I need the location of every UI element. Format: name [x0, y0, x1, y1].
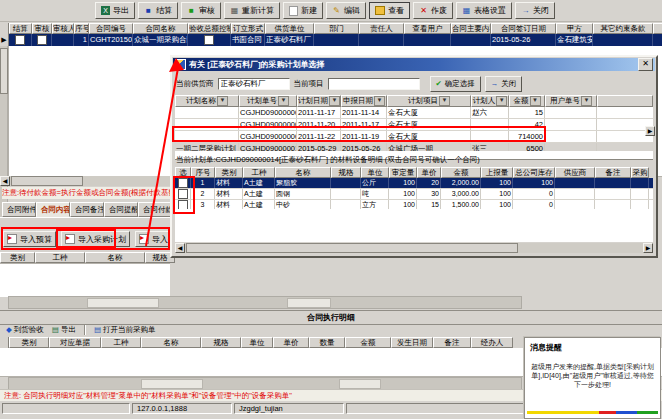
export-button[interactable]: X导出 — [95, 2, 135, 19]
col-header[interactable]: 合同名称 — [133, 23, 188, 34]
col-header[interactable]: 合同签订日期 — [491, 23, 556, 34]
scroll-right-icon[interactable]: ▶ — [645, 126, 655, 136]
col-header[interactable]: 经办人 — [471, 337, 513, 348]
col-header[interactable]: 总公司库存 — [513, 167, 555, 178]
plan-row[interactable]: CGJHD090000004 2011-11-22 2011-11-19 金石大… — [175, 131, 653, 143]
col-header[interactable]: 单位 — [241, 337, 273, 348]
select-checkbox[interactable] — [178, 178, 188, 188]
col-header[interactable]: 类别 — [0, 252, 35, 263]
col-header[interactable]: 单价 — [273, 337, 309, 348]
col-header[interactable]: 对应单据 — [49, 337, 101, 348]
settle-checkbox[interactable] — [15, 35, 25, 45]
col-header[interactable]: 其它约束条款 — [593, 23, 653, 34]
tab-contract-reminder[interactable]: 合同提醒 — [104, 202, 138, 217]
col-header[interactable]: 单价 — [417, 167, 441, 178]
col-header[interactable]: 工种 — [35, 252, 85, 263]
col-header[interactable]: 用户单号▼ — [545, 95, 597, 107]
col-header[interactable]: 名称 — [275, 167, 331, 178]
col-header[interactable]: 序号 — [191, 167, 215, 178]
recalculate-button[interactable]: ▦重新计算 — [224, 2, 280, 19]
col-header[interactable]: 单位 — [361, 167, 389, 178]
close-button[interactable]: →关闭 — [515, 2, 555, 19]
left-horizontal-scrollbar[interactable]: ◀ — [0, 176, 170, 186]
col-header[interactable]: 类别 — [9, 337, 49, 348]
col-header[interactable]: 采购 — [631, 167, 649, 178]
col-header[interactable]: 金额 — [345, 337, 391, 348]
audit-checkbox[interactable] — [37, 35, 47, 45]
col-header[interactable]: 备注 — [433, 337, 471, 348]
col-header[interactable]: 查看用户 — [404, 23, 451, 34]
import-purchase-plan-button[interactable]: 导入采购计划 — [61, 231, 130, 247]
col-header[interactable]: 类别 — [215, 167, 243, 178]
col-header[interactable]: 应收 — [653, 23, 662, 34]
supplier-input[interactable] — [218, 78, 290, 90]
filter-arrow-icon[interactable]: ▼ — [581, 96, 592, 106]
tab-contract-payment[interactable]: 合同付款 — [138, 202, 172, 217]
filter-arrow-icon[interactable]: ▼ — [278, 96, 289, 106]
detail-row[interactable]: 2 材料 A土建 圆钢 吨 100 30 3,000.00 100 0 — [175, 189, 653, 200]
col-header[interactable]: 审定量 — [389, 167, 417, 178]
col-header[interactable]: 合同编号 — [89, 23, 133, 34]
message-popup[interactable]: 消息提醒 超级用户发来的提醒,单据类型[采购计划单],ID[40],由"超级用户… — [524, 337, 661, 419]
col-header[interactable]: 甲方 — [556, 23, 593, 34]
scrollbar-thumb[interactable] — [186, 243, 518, 253]
col-header[interactable]: 工种 — [101, 337, 141, 348]
new-button[interactable]: 新建 — [283, 2, 323, 19]
dialog-titlebar[interactable]: 有关 [正泰砂石料厂]的采购计划单选择 ✕ — [173, 58, 655, 71]
col-header[interactable]: 计划人▼ — [471, 95, 509, 107]
settle-button[interactable]: ■结算 — [138, 2, 178, 19]
col-header[interactable]: 选 — [175, 167, 191, 178]
col-header[interactable]: 供应商 — [555, 167, 595, 178]
col-header[interactable]: 工种 — [243, 167, 275, 178]
scrollbar-thumb[interactable] — [0, 48, 8, 94]
col-header[interactable]: 供货单位 — [265, 23, 314, 34]
confirm-select-button[interactable]: ✔确定选择 — [430, 76, 481, 92]
scrollbar-thumb[interactable] — [11, 176, 83, 186]
filter-arrow-icon[interactable]: ▼ — [530, 96, 541, 106]
col-header[interactable]: 备注 — [595, 167, 631, 178]
tab-contract-attachment[interactable]: 合同附件 — [2, 202, 36, 217]
plan-row[interactable]: CGJHD090000001 2011-11-17 2011-11-14 金石大… — [175, 107, 653, 119]
select-checkbox[interactable] — [178, 189, 188, 199]
import-budget-button[interactable]: 导入预算 — [3, 231, 56, 247]
col-header[interactable]: 计划项目▼ — [387, 95, 471, 107]
acceptance-control-checkbox[interactable] — [204, 35, 214, 45]
col-header[interactable]: 审核人 — [52, 23, 74, 34]
void-button[interactable]: ✕作废 — [413, 2, 453, 19]
col-header[interactable]: 验收总额控制 — [188, 23, 231, 34]
export-exec-button[interactable]: ▤导出 — [52, 325, 76, 335]
filter-arrow-icon[interactable]: ▼ — [374, 96, 385, 106]
col-header[interactable]: 数量 — [309, 337, 345, 348]
scroll-right-icon[interactable]: ▶ — [643, 243, 653, 253]
open-current-po-button[interactable]: ▤打开当前采购单 — [94, 325, 156, 335]
col-header[interactable]: 部门 — [314, 23, 359, 34]
filter-arrow-icon[interactable]: ▼ — [439, 96, 450, 106]
scroll-left-icon[interactable]: ◀ — [0, 176, 10, 186]
tab-contract-content[interactable]: 合同内容 — [36, 202, 70, 217]
col-header[interactable]: 金额▼ — [509, 95, 545, 107]
col-header[interactable]: 计划单号▼ — [239, 95, 297, 107]
col-header[interactable]: 申报日期▼ — [341, 95, 387, 107]
col-header[interactable]: 合同主要内容 — [451, 23, 491, 34]
edit-button[interactable]: ✎编辑 — [326, 2, 366, 19]
filter-arrow-icon[interactable]: ▼ — [217, 96, 228, 106]
audit-button[interactable]: ■审核 — [181, 2, 221, 19]
project-input[interactable] — [328, 78, 420, 90]
col-header[interactable]: 责任人 — [359, 23, 404, 34]
col-header[interactable]: 结算 — [9, 23, 32, 34]
col-header[interactable]: 序号 — [74, 23, 89, 34]
dialog-close-button[interactable]: →关闭 — [485, 76, 523, 92]
col-header[interactable]: 订立形式 — [231, 23, 265, 34]
filter-arrow-icon[interactable]: ▼ — [496, 96, 507, 106]
col-header[interactable]: 金额 — [441, 167, 481, 178]
col-header[interactable]: 审核 — [32, 23, 52, 34]
col-header[interactable]: 规格 — [201, 337, 241, 348]
col-header[interactable]: 上报量 — [481, 167, 513, 178]
view-button[interactable]: 查看 — [369, 2, 410, 19]
col-header[interactable]: 名称 — [141, 337, 201, 348]
col-header[interactable]: 计划日期▼ — [297, 95, 341, 107]
tab-contract-remark[interactable]: 合同备注 — [70, 202, 104, 217]
scroll-left-icon[interactable]: ◀ — [175, 243, 185, 253]
dialog-close-x-icon[interactable]: ✕ — [638, 58, 653, 71]
col-header[interactable]: 发生日期 — [391, 337, 433, 348]
